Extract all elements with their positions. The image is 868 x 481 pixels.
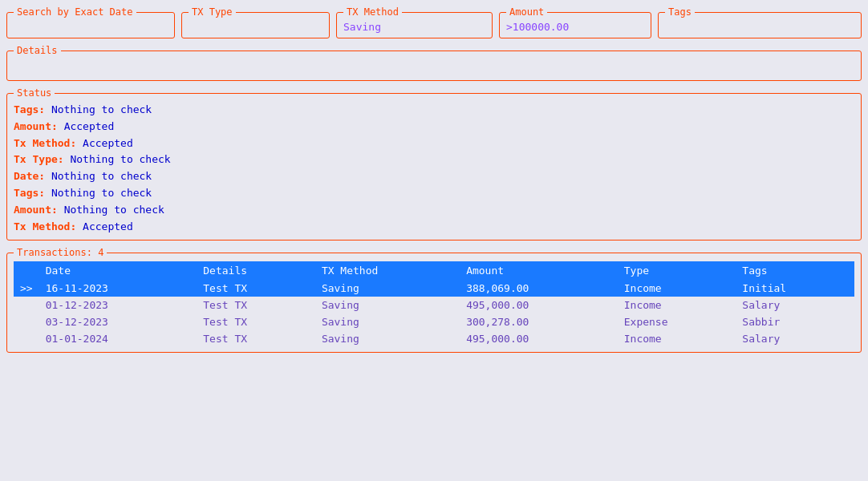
txtype-legend: TX Type <box>189 6 236 18</box>
details-cell: Test TX <box>197 330 315 347</box>
tags-legend: Tags <box>665 6 695 18</box>
status-label: Tx Method: <box>14 137 76 149</box>
col-header: Tags <box>736 261 854 280</box>
amount-legend: Amount <box>506 6 547 18</box>
col-header: Date <box>39 261 197 280</box>
amount-input[interactable] <box>506 21 644 33</box>
transactions-fieldset: Transactions: 4 DateDetailsTX MethodAmou… <box>6 247 862 353</box>
pointer-cell <box>14 313 39 330</box>
details-legend: Details <box>14 45 61 56</box>
status-value: Accepted <box>83 137 133 149</box>
status-fieldset: Status Tags: Nothing to checkAmount: Acc… <box>6 87 862 240</box>
date-cell: 01-12-2023 <box>39 297 197 313</box>
status-line: Tx Type: Nothing to check <box>14 152 854 168</box>
amount-cell: 495,000.00 <box>460 330 618 347</box>
txmethod-fieldset: TX Method <box>336 6 493 38</box>
txtype-input[interactable] <box>189 21 322 33</box>
txmethod-cell: Saving <box>315 313 460 330</box>
status-label: Tags: <box>14 103 45 115</box>
txmethod-cell: Saving <box>315 280 460 297</box>
amount-cell: 495,000.00 <box>460 297 618 313</box>
table-row[interactable]: 01-12-2023Test TXSaving495,000.00IncomeS… <box>14 297 854 313</box>
pointer-cell: >> <box>14 280 39 297</box>
transactions-legend: Transactions: 4 <box>14 247 107 258</box>
transactions-body: >>16-11-2023Test TXSaving388,069.00Incom… <box>14 280 854 347</box>
col-header: TX Method <box>315 261 460 280</box>
header-row: DateDetailsTX MethodAmountTypeTags <box>14 261 854 280</box>
details-input[interactable] <box>14 59 854 75</box>
amount-fieldset: Amount <box>499 6 651 38</box>
tags-fieldset: Tags <box>658 6 862 38</box>
table-row[interactable]: 03-12-2023Test TXSaving300,278.00Expense… <box>14 313 854 330</box>
type-cell: Income <box>618 297 736 313</box>
tags-cell: Sabbir <box>736 313 854 330</box>
type-cell: Income <box>618 280 736 297</box>
col-header: Amount <box>460 261 618 280</box>
status-value: Accepted <box>83 220 133 232</box>
col-header: Type <box>618 261 736 280</box>
status-line: Tags: Nothing to check <box>14 185 854 202</box>
details-cell: Test TX <box>197 313 315 330</box>
status-lines: Tags: Nothing to checkAmount: AcceptedTx… <box>14 102 854 235</box>
txmethod-cell: Saving <box>315 297 460 313</box>
details-fieldset: Details <box>6 45 862 81</box>
search-legend: Search by Exact Date <box>14 6 136 18</box>
status-label: Tx Method: <box>14 220 76 232</box>
status-line: Date: Nothing to check <box>14 168 854 185</box>
status-value: Nothing to check <box>70 153 170 165</box>
date-cell: 01-01-2024 <box>39 330 197 347</box>
status-legend: Status <box>14 87 55 99</box>
status-value: Nothing to check <box>51 170 152 182</box>
type-cell: Income <box>618 330 736 347</box>
status-line: Tx Method: Accepted <box>14 135 854 152</box>
status-value: Nothing to check <box>51 103 152 115</box>
status-line: Amount: Accepted <box>14 119 854 135</box>
pointer-cell <box>14 297 39 313</box>
transactions-table: DateDetailsTX MethodAmountTypeTags >>16-… <box>14 261 854 347</box>
status-value: Nothing to check <box>51 187 152 199</box>
transactions-header: DateDetailsTX MethodAmountTypeTags <box>14 261 854 280</box>
tags-cell: Salary <box>736 297 854 313</box>
status-line: Amount: Nothing to check <box>14 202 854 219</box>
status-label: Amount: <box>14 204 58 216</box>
txmethod-legend: TX Method <box>343 6 402 18</box>
type-cell: Expense <box>618 313 736 330</box>
txtype-fieldset: TX Type <box>181 6 330 38</box>
pointer-cell <box>14 330 39 347</box>
status-label: Tags: <box>14 187 45 199</box>
tags-input[interactable] <box>665 21 854 33</box>
status-line: Tags: Nothing to check <box>14 102 854 119</box>
txmethod-cell: Saving <box>315 330 460 347</box>
table-row[interactable]: >>16-11-2023Test TXSaving388,069.00Incom… <box>14 280 854 297</box>
status-value: Nothing to check <box>64 204 164 216</box>
status-line: Tx Method: Accepted <box>14 219 854 236</box>
col-pointer <box>14 261 39 280</box>
col-header: Details <box>197 261 315 280</box>
date-cell: 16-11-2023 <box>39 280 197 297</box>
status-label: Amount: <box>14 120 58 132</box>
status-value: Accepted <box>64 120 115 132</box>
txmethod-input[interactable] <box>343 21 485 33</box>
search-input[interactable] <box>14 21 168 33</box>
tags-cell: Initial <box>736 280 854 297</box>
date-cell: 03-12-2023 <box>39 313 197 330</box>
table-row[interactable]: 01-01-2024Test TXSaving495,000.00IncomeS… <box>14 330 854 347</box>
details-cell: Test TX <box>197 280 315 297</box>
status-label: Tx Type: <box>14 153 64 165</box>
tags-cell: Salary <box>736 330 854 347</box>
amount-cell: 300,278.00 <box>460 313 618 330</box>
amount-cell: 388,069.00 <box>460 280 618 297</box>
status-label: Date: <box>14 170 45 182</box>
filter-row: Search by Exact Date TX Type TX Method A… <box>6 6 862 38</box>
details-cell: Test TX <box>197 297 315 313</box>
search-fieldset: Search by Exact Date <box>6 6 175 38</box>
